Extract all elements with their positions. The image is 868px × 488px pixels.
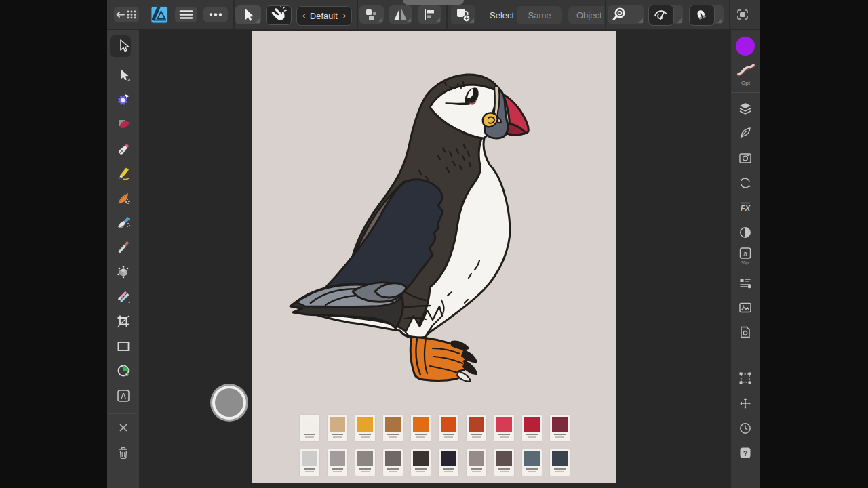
- svg-text:FX: FX: [741, 204, 751, 212]
- svg-text:?: ?: [743, 449, 748, 458]
- svg-text:30pt: 30pt: [741, 260, 750, 265]
- svg-text:a: a: [743, 250, 747, 258]
- svg-text:A: A: [121, 392, 126, 401]
